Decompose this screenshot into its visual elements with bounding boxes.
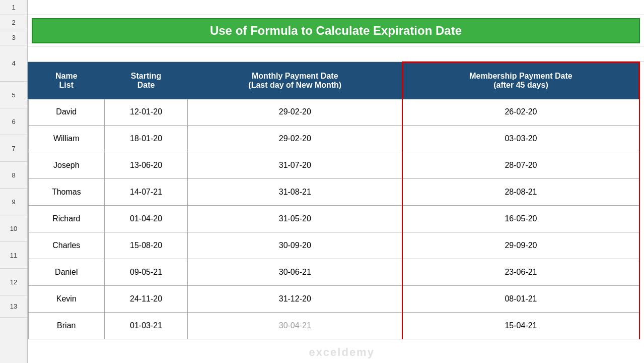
main-content: Use of Formula to Calculate Expiration D… xyxy=(28,0,644,363)
row-numbers-column: 1 2 3 4 5 6 7 8 9 10 11 12 13 xyxy=(0,0,28,363)
cell-start: 01-04-20 xyxy=(105,206,188,232)
cell-start: 09-05-21 xyxy=(105,259,188,286)
table-row: Thomas14-07-2131-08-2128-08-21 xyxy=(28,179,639,206)
cell-monthly: 31-07-20 xyxy=(188,152,403,179)
cell-name: Joseph xyxy=(28,152,105,179)
table-row: Daniel09-05-2130-06-2123-06-21 xyxy=(28,259,639,286)
table-body: David12-01-2029-02-2026-02-20William18-0… xyxy=(28,99,639,339)
cell-name: Brian xyxy=(28,313,105,339)
row-num-3: 3 xyxy=(0,30,27,45)
cell-start: 15-08-20 xyxy=(105,232,188,259)
page-title: Use of Formula to Calculate Expiration D… xyxy=(210,24,462,38)
cell-membership: 23-06-21 xyxy=(402,259,639,286)
cell-start: 18-01-20 xyxy=(105,126,188,152)
data-table: NameList StartingDate Monthly Payment Da… xyxy=(28,62,640,339)
title-row: Use of Formula to Calculate Expiration D… xyxy=(28,15,644,46)
cell-membership: 16-05-20 xyxy=(402,206,639,232)
cell-monthly: 30-04-21 xyxy=(188,313,403,339)
cell-membership: 08-01-21 xyxy=(402,286,639,313)
cell-membership: 28-08-21 xyxy=(402,179,639,206)
cell-monthly: 30-09-20 xyxy=(188,232,403,259)
row-num-10: 10 xyxy=(0,215,27,242)
cell-membership: 03-03-20 xyxy=(402,126,639,152)
table-row: Richard01-04-2031-05-2016-05-20 xyxy=(28,206,639,232)
row-num-12: 12 xyxy=(0,269,27,295)
cell-name: Kevin xyxy=(28,286,105,313)
table-header-row: NameList StartingDate Monthly Payment Da… xyxy=(28,63,639,99)
cell-membership: 15-04-21 xyxy=(402,313,639,339)
row-num-9: 9 xyxy=(0,189,27,215)
cell-membership: 26-02-20 xyxy=(402,99,639,126)
header-monthly: Monthly Payment Date(Last day of New Mon… xyxy=(188,63,403,99)
empty-row-3 xyxy=(28,46,644,62)
row-num-6: 6 xyxy=(0,108,27,135)
cell-monthly: 31-08-21 xyxy=(188,179,403,206)
cell-name: Daniel xyxy=(28,259,105,286)
row-num-5: 5 xyxy=(0,82,27,108)
row-num-1: 1 xyxy=(0,0,27,15)
table-row: William18-01-2029-02-2003-03-20 xyxy=(28,126,639,152)
table-row: Charles15-08-2030-09-2029-09-20 xyxy=(28,232,639,259)
empty-row-1 xyxy=(28,0,644,15)
title-box: Use of Formula to Calculate Expiration D… xyxy=(32,18,640,43)
table-row: David12-01-2029-02-2026-02-20 xyxy=(28,99,639,126)
cell-name: Charles xyxy=(28,232,105,259)
cell-name: David xyxy=(28,99,105,126)
row-num-11: 11 xyxy=(0,242,27,269)
cell-start: 13-06-20 xyxy=(105,152,188,179)
cell-name: Richard xyxy=(28,206,105,232)
cell-name: Thomas xyxy=(28,179,105,206)
table-row: Joseph13-06-2031-07-2028-07-20 xyxy=(28,152,639,179)
cell-start: 24-11-20 xyxy=(105,286,188,313)
row-num-7: 7 xyxy=(0,135,27,162)
cell-membership: 28-07-20 xyxy=(402,152,639,179)
row-num-13: 13 xyxy=(0,295,27,318)
spreadsheet: 1 2 3 4 5 6 7 8 9 10 11 12 13 Use of For… xyxy=(0,0,644,363)
cell-monthly: 31-05-20 xyxy=(188,206,403,232)
header-membership: Membership Payment Date(after 45 days) xyxy=(402,63,639,99)
cell-monthly: 29-02-20 xyxy=(188,126,403,152)
row-num-4: 4 xyxy=(0,45,27,82)
table-row: Brian01-03-2130-04-2115-04-21 xyxy=(28,313,639,339)
table-area: NameList StartingDate Monthly Payment Da… xyxy=(28,62,644,363)
header-start: StartingDate xyxy=(105,63,188,99)
cell-monthly: 31-12-20 xyxy=(188,286,403,313)
cell-start: 01-03-21 xyxy=(105,313,188,339)
table-row: Kevin24-11-2031-12-2008-01-21 xyxy=(28,286,639,313)
cell-start: 12-01-20 xyxy=(105,99,188,126)
cell-monthly: 30-06-21 xyxy=(188,259,403,286)
cell-start: 14-07-21 xyxy=(105,179,188,206)
header-name: NameList xyxy=(28,63,105,99)
row-num-8: 8 xyxy=(0,162,27,189)
row-num-2: 2 xyxy=(0,15,27,30)
cell-name: William xyxy=(28,126,105,152)
cell-membership: 29-09-20 xyxy=(402,232,639,259)
cell-monthly: 29-02-20 xyxy=(188,99,403,126)
